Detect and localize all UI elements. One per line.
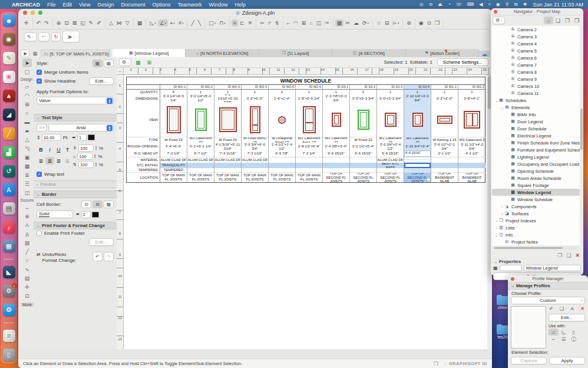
stair-tool[interactable]: ≣	[22, 170, 32, 179]
disclosure-icon[interactable]: ›	[494, 226, 498, 229]
tree-item-lighting-legend[interactable]: ▦Lighting Legend	[492, 153, 580, 160]
menu-help[interactable]: Help	[235, 2, 246, 8]
edit-schedule-icon[interactable]: ✑	[323, 19, 331, 27]
dock-notes-icon[interactable]: ✎	[3, 52, 15, 64]
view-map-icon[interactable]: ❏	[553, 17, 563, 24]
merge-uniform-items-checkbox[interactable]: ✓Merge Uniform Items	[34, 68, 117, 76]
show-3d-icon[interactable]: ⊛	[405, 19, 413, 27]
line-tool[interactable]: ╱	[22, 247, 32, 256]
navigator-horizontal-scrollbar[interactable]	[493, 247, 579, 249]
disclosure-icon[interactable]: ›	[494, 219, 498, 222]
schedule-column-id-w2-6[interactable]: ID W2-612'-8"×6'-5 1/4"W1 Casement AwnL …	[296, 85, 323, 182]
tree-item-camera-3[interactable]: ✇Camera 3	[492, 33, 580, 40]
tree-item-elements[interactable]: ⌄▤Elements	[492, 104, 580, 111]
virtual-trace-icon[interactable]: ▩	[335, 19, 344, 27]
tree-item-camera-4[interactable]: ✇Camera 4	[492, 40, 580, 47]
beam-icon[interactable]: ⌐	[549, 336, 559, 343]
slab-tool[interactable]: ▰	[22, 126, 32, 135]
spotlight-icon[interactable]: ⚲	[506, 2, 509, 7]
tree-item-opening-schedule[interactable]: ▦Opening Schedule	[492, 167, 580, 175]
print-footer-section-header[interactable]: ⌄Print Footer & Format Change	[34, 222, 117, 229]
close-palette-icon[interactable]: ✕	[575, 252, 580, 258]
story-folder-tab[interactable]: 🗀[5. TOP OF MAIN FL JOISTS]	[41, 50, 110, 57]
info-icon[interactable]: ⓘ	[569, 336, 579, 343]
teamwork-status-icon[interactable]: ☁	[479, 51, 490, 57]
figure-tool[interactable]: ▤	[22, 274, 32, 282]
spacing-stepper-1[interactable]: ▲▼	[93, 153, 97, 160]
tree-item-finish-schedule-from-zone-metadata[interactable]: ▦Finish Schedule from Zone Metadata	[492, 139, 580, 146]
schedule-grid-green-icon[interactable]: ▦	[133, 58, 143, 66]
tab-window-legend[interactable]: ▦[Window Legend]	[113, 49, 186, 57]
lock-icon[interactable]: ⊓▾	[217, 19, 227, 27]
show-headline-checkbox[interactable]: ✓Show Headline Edit...	[34, 76, 117, 86]
tree-item-camera-10[interactable]: ✇Camera 10	[492, 83, 580, 90]
tree-item-bimx-info[interactable]: ▦BIMx Info	[492, 111, 580, 118]
text-style-section-header[interactable]: ⌄Text Style	[34, 114, 117, 121]
favorites-picker[interactable]: ◔›	[38, 32, 49, 41]
jump-between-icon[interactable]: ⋈	[115, 19, 124, 27]
profile-dropdown[interactable]: Custom›	[511, 297, 585, 304]
app-menu-archicad[interactable]: ARCHICAD	[12, 2, 40, 8]
level-dimension-tool[interactable]: ⊕	[22, 212, 32, 221]
tree-item-camera-11[interactable]: ✇Camera 11	[492, 90, 580, 97]
line-type-dropdown[interactable]: Solid›	[37, 211, 73, 218]
tree-item-project-indexes[interactable]: ›❒Project Indexes	[492, 217, 580, 224]
label-tool[interactable]: A̲	[22, 229, 32, 238]
spacing-field-1[interactable]: 100	[77, 153, 93, 160]
object-tool[interactable]: ◫	[22, 188, 32, 197]
wall-icon[interactable]: ▱	[549, 328, 559, 336]
disclosure-icon[interactable]: ›	[500, 205, 504, 208]
column-tool[interactable]: ○	[22, 109, 32, 117]
dock-photos-icon[interactable]: ❀	[3, 71, 15, 83]
dock-music-icon[interactable]: ♪	[3, 221, 15, 234]
dock-printer-icon[interactable]: ▤	[3, 202, 15, 215]
dock-app-store-icon[interactable]: A	[3, 183, 15, 196]
schedule-add-green-icon[interactable]: ⊞	[144, 58, 154, 66]
zone-tool[interactable]: ▣	[22, 153, 32, 162]
dock-time-machine-icon[interactable]: ↺	[3, 165, 15, 178]
dock-safari-icon[interactable]: ❂	[3, 304, 15, 316]
snap-guides-icon[interactable]: ∠▾	[158, 19, 169, 27]
dimension-style-icon[interactable]: ⊏	[238, 19, 246, 27]
tree-item-furniture-and-equipment-schedule[interactable]: ▦Furniture and Equipment Schedule	[492, 146, 580, 153]
undo-icon[interactable]: ↶	[35, 19, 43, 27]
apply-format-dropdown[interactable]: Value▲▼	[37, 97, 114, 104]
capture-view-icon[interactable]: ⊙	[425, 19, 434, 27]
schedule-column-id-w1-1[interactable]: ID W1-113'-3"×2'-0"W Awning 1 233'-6 1/2…	[431, 85, 458, 182]
dock-desktop-preview-icon[interactable]: ▦	[3, 240, 15, 252]
schedule-column-id-w2-4[interactable]: ID W2-413'-0"×6'-0"W Fixed AwnU 233'-0 3…	[242, 85, 269, 182]
tree-item-project-notes[interactable]: ⊟Project Notes	[492, 238, 580, 245]
dock-trash-icon[interactable]: ▯	[3, 349, 15, 361]
spacing-stepper-2[interactable]: ▲▼	[94, 162, 98, 168]
door-tool[interactable]: ◠	[22, 91, 32, 100]
enable-print-footer-checkbox[interactable]: Enable Print Footer	[34, 229, 117, 237]
navigator-titlebar[interactable]: Navigator - Project Map	[491, 8, 583, 15]
tree-item-camera-7[interactable]: ✇Camera 7	[492, 61, 580, 68]
align-center-button[interactable]: ≣	[45, 157, 54, 165]
arc-icon[interactable]: ◠	[292, 19, 300, 27]
app-menu-icon[interactable]: ❖	[523, 2, 527, 7]
zoom-in-icon[interactable]: ⊕	[55, 19, 63, 27]
intersect-icon[interactable]: ↯	[273, 19, 281, 27]
adjust-icon[interactable]: ⌿	[266, 19, 273, 27]
railing-tool[interactable]: ☰	[22, 179, 32, 188]
guide-lines-icon[interactable]: ◺▾	[148, 19, 157, 27]
profile-manager-titlebar[interactable]: Profile Manager	[508, 275, 588, 282]
phone-icon[interactable]: ☏	[456, 2, 462, 7]
column-icon[interactable]: ▯	[569, 328, 579, 336]
schedule-column-id-s3-2[interactable]: ID S3-223'-0"×5'-3 3/4"W Fixed 233'-0 1/…	[350, 85, 377, 182]
tree-item-electrical-legend[interactable]: ▦Electrical Legend	[492, 132, 580, 139]
border-section-header[interactable]: ⌄Border	[34, 190, 117, 198]
volume-icon[interactable]: ◀	[479, 2, 483, 7]
tab-11-layout[interactable]: ❐[11 Layout]	[259, 49, 332, 57]
menu-window[interactable]: Window	[209, 2, 227, 8]
element-information-icon[interactable]: ⊟	[383, 19, 391, 27]
pan-icon[interactable]: ✛	[22, 19, 31, 27]
dock-finder-icon[interactable]: ☻	[3, 14, 15, 27]
tree-item-info[interactable]: ⌄◫Info	[492, 231, 580, 238]
tree-item-camera-5[interactable]: ✇Camera 5	[492, 47, 580, 54]
menu-options[interactable]: Options	[152, 2, 170, 8]
font-dropdown[interactable]: Arial▲▼	[48, 124, 114, 132]
dock-pencil-app-icon[interactable]: ╱	[3, 127, 15, 140]
border-color-swatch[interactable]	[92, 212, 99, 218]
